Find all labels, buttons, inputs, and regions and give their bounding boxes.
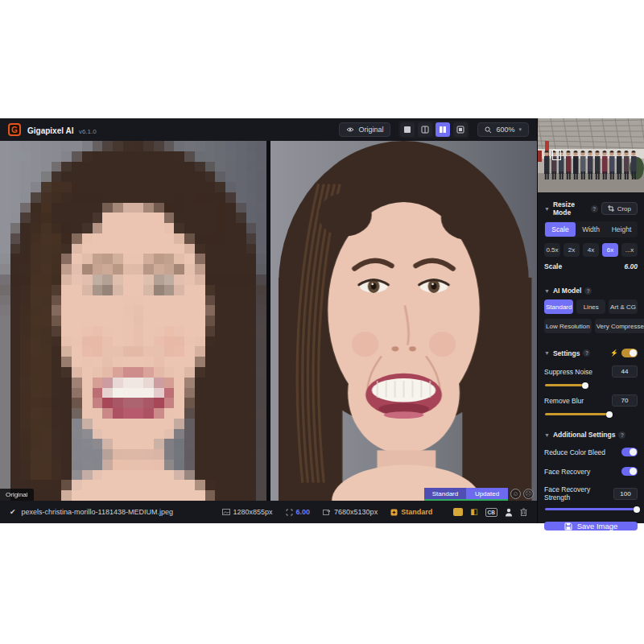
image-viewer: Original Standard Updated ☺ ☹ (0, 141, 537, 501)
save-image-button[interactable]: Save Image (544, 522, 638, 530)
help-icon[interactable]: ? (583, 349, 590, 357)
viewport-indicator[interactable] (552, 150, 561, 160)
compare-standard-button[interactable]: Standard (424, 488, 466, 499)
additional-settings-header: ▼ Additional Settings ? (544, 431, 638, 439)
preset-2x[interactable]: 2x (564, 243, 580, 257)
settings-sidebar: ▼ Resize Mode ? Crop Scale Width Height (537, 118, 644, 523)
help-icon[interactable]: ? (618, 431, 625, 439)
file-entry[interactable]: ✔ pexels-christina-morillo-1181438-MEDIU… (10, 508, 173, 516)
resize-mode-title: Resize Mode (553, 200, 588, 217)
preset-0-5x[interactable]: 0.5x (544, 243, 560, 257)
preset-6x[interactable]: 6x (602, 243, 618, 257)
remove-blur-value[interactable]: 70 (612, 394, 638, 407)
reduce-color-bleed-label: Reduce Color Bleed (544, 448, 605, 456)
model-art-cg-button[interactable]: Art & CG (609, 299, 638, 314)
zoom-control[interactable]: 600% ▾ (477, 122, 529, 137)
queue-icon[interactable] (453, 508, 463, 516)
account-icon[interactable] (505, 508, 513, 517)
face-recovery-strength-row: Face Recovery Strength 100 (544, 485, 638, 502)
ai-model-title: AI Model (553, 287, 581, 295)
settings-title: Settings (553, 349, 580, 357)
model-very-compressed-button[interactable]: Very Compressed (595, 319, 644, 333)
scale-pair: 6.00 (286, 508, 311, 516)
contrast-split-icon[interactable]: ◧ (470, 508, 477, 516)
preset-4x[interactable]: 4x (583, 243, 599, 257)
preset-custom[interactable]: ...x (621, 243, 638, 257)
enhanced-image-panel[interactable]: Standard Updated ☺ ☹ (270, 141, 537, 501)
ai-model-header: ▼ AI Model ? (544, 287, 638, 295)
reduce-color-bleed-toggle[interactable] (621, 448, 638, 456)
resize-tabs: Scale Width Height (544, 221, 638, 237)
face-recovery-toggle[interactable] (621, 467, 638, 476)
suppress-noise-label: Suppress Noise (544, 368, 592, 376)
topbar-controls: Original (339, 121, 529, 138)
main-column: G Gigapixel AI v6.1.0 Original (0, 118, 537, 523)
compare-updated-button[interactable]: Updated (466, 488, 508, 499)
chevron-down-icon[interactable]: ▼ (544, 350, 550, 356)
app-title: Gigapixel AI v6.1.0 (27, 122, 97, 137)
single-view-button[interactable] (400, 122, 415, 137)
top-bar: G Gigapixel AI v6.1.0 Original (0, 118, 537, 141)
help-icon[interactable]: ? (591, 205, 598, 213)
auto-settings-control: ⚡ (610, 349, 638, 357)
happy-face-icon[interactable]: ☺ (510, 489, 521, 499)
sad-face-icon[interactable]: ☹ (523, 489, 534, 499)
chevron-down-icon[interactable]: ▼ (544, 432, 550, 438)
eye-icon (346, 126, 354, 133)
resize-mode-header: ▼ Resize Mode ? Crop (544, 200, 638, 217)
scale-presets: 0.5x 2x 4x 6x ...x (544, 243, 638, 257)
status-bar: ✔ pexels-christina-morillo-1181438-MEDIU… (0, 501, 537, 523)
input-size-pair: 1280x855px (222, 508, 273, 516)
tab-height[interactable]: Height (606, 222, 637, 237)
crop-button[interactable]: Crop (601, 202, 638, 215)
side-by-side-view-button[interactable] (436, 122, 450, 137)
face-recovery-strength-value[interactable]: 100 (613, 488, 638, 500)
color-badge[interactable]: CB (485, 508, 497, 517)
feedback-icons: ☺ ☹ (510, 489, 534, 499)
show-original-label: Original (358, 126, 383, 134)
input-size: 1280x855px (233, 508, 273, 516)
reduce-color-bleed-row: Reduce Color Bleed (544, 448, 638, 456)
chevron-down-icon[interactable]: ▼ (544, 206, 550, 212)
split-view-button[interactable] (418, 122, 432, 137)
ai-model-row-2: Low Resolution Very Compressed (544, 319, 638, 333)
magnifier-icon (485, 126, 492, 134)
lightning-bolt-icon: ⚡ (610, 349, 618, 357)
chevron-down-icon: ▾ (518, 126, 522, 133)
app-version: v6.1.0 (79, 128, 97, 135)
model-lines-button[interactable]: Lines (576, 299, 605, 314)
help-icon[interactable]: ? (584, 287, 592, 295)
chevron-down-icon[interactable]: ▼ (544, 288, 550, 294)
gigapixel-app-window: G Gigapixel AI v6.1.0 Original (0, 118, 644, 523)
tab-scale[interactable]: Scale (545, 222, 576, 237)
suppress-noise-row: Suppress Noise 44 (544, 365, 638, 378)
scale-amount[interactable]: 6.00 (624, 262, 638, 270)
ai-model-row-1: Standard Lines Art & CG (544, 299, 638, 314)
crop-icon (608, 205, 614, 212)
model-standard-button[interactable]: Standard (544, 299, 573, 314)
show-original-button[interactable]: Original (339, 122, 390, 137)
zoom-value: 600% (496, 126, 514, 134)
output-size-pair: 7680x5130px (323, 508, 378, 516)
original-image-panel[interactable]: Original (0, 141, 266, 501)
image-info-group: 1280x855px 6.00 7680x5130px (222, 508, 433, 516)
ai-sparkle-icon (390, 509, 398, 516)
crop-label: Crop (617, 205, 631, 213)
additional-settings-title: Additional Settings (553, 431, 615, 439)
original-badge: Original (0, 489, 34, 501)
suppress-noise-value[interactable]: 44 (612, 365, 638, 378)
auto-settings-toggle[interactable] (621, 349, 638, 357)
model-low-resolution-button[interactable]: Low Resolution (544, 319, 592, 333)
model-pair: Standard (390, 508, 432, 516)
quad-view-button[interactable] (453, 122, 468, 137)
filename: pexels-christina-morillo-1181438-MEDIUM.… (22, 508, 173, 516)
trash-icon[interactable] (520, 508, 527, 516)
page: G Gigapixel AI v6.1.0 Original (0, 0, 644, 644)
save-image-label: Save Image (577, 522, 618, 530)
tab-width[interactable]: Width (576, 222, 606, 237)
navigation-thumbnail[interactable] (538, 118, 644, 192)
export-icon (323, 509, 331, 515)
image-icon (222, 509, 230, 515)
remove-blur-row: Remove Blur 70 (544, 394, 638, 407)
remove-blur-label: Remove Blur (544, 397, 584, 405)
